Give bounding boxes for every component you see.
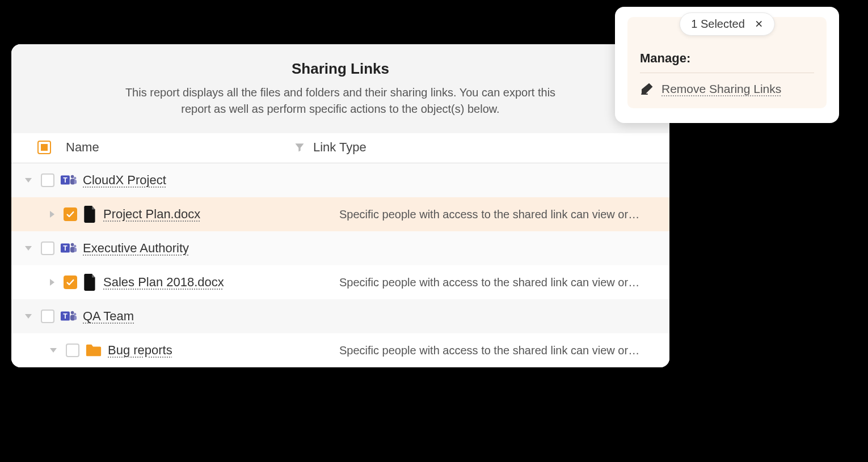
- report-title: Sharing Links: [34, 60, 647, 78]
- row-checkbox[interactable]: [41, 173, 54, 187]
- svg-point-9: [74, 245, 76, 247]
- item-name[interactable]: Bug reports: [108, 343, 172, 358]
- link-type-value: Specific people with access to the share…: [331, 344, 660, 357]
- item-name[interactable]: Sales Plan 2018.docx: [103, 275, 224, 290]
- expand-toggle-icon[interactable]: [25, 178, 32, 183]
- item-name[interactable]: QA Team: [83, 309, 134, 324]
- checkmark-icon: [66, 210, 75, 219]
- teams-icon: T: [60, 240, 77, 257]
- selection-pill: 1 Selected: [679, 12, 775, 36]
- item-row-bug-reports[interactable]: Bug reports Specific people with access …: [11, 333, 669, 367]
- item-name[interactable]: Executive Authority: [83, 241, 189, 256]
- svg-text:T: T: [63, 244, 68, 252]
- action-label: Remove Sharing Links: [661, 82, 781, 96]
- folder-icon: [85, 343, 102, 358]
- svg-point-3: [74, 177, 76, 179]
- indeterminate-mark-icon: [41, 144, 48, 151]
- svg-point-2: [71, 175, 74, 179]
- expand-toggle-icon[interactable]: [50, 279, 54, 286]
- row-checkbox[interactable]: [66, 344, 79, 357]
- manage-panel: 1 Selected Manage: Remove Sharing Links: [615, 7, 839, 123]
- select-all-checkbox[interactable]: [37, 141, 51, 154]
- link-type-value: Specific people with access to the share…: [331, 208, 660, 221]
- row-checkbox[interactable]: [41, 310, 54, 323]
- action-remove-sharing-links[interactable]: Remove Sharing Links: [640, 82, 814, 96]
- item-name[interactable]: Project Plan.docx: [103, 207, 200, 222]
- svg-point-15: [74, 313, 76, 315]
- filter-icon[interactable]: [294, 142, 305, 153]
- expand-toggle-icon[interactable]: [25, 314, 32, 319]
- row-checkbox[interactable]: [64, 207, 77, 221]
- link-type-value: Specific people with access to the share…: [331, 276, 660, 289]
- close-icon: [755, 20, 763, 28]
- svg-point-14: [71, 311, 74, 315]
- item-name[interactable]: CloudX Project: [83, 173, 166, 188]
- expand-toggle-icon[interactable]: [50, 348, 57, 353]
- report-header: Sharing Links This report displays all t…: [11, 44, 669, 133]
- expand-toggle-icon[interactable]: [25, 246, 32, 251]
- document-icon: [83, 206, 98, 223]
- clear-selection-button[interactable]: [755, 18, 763, 31]
- group-row-cloudx-project[interactable]: T CloudX Project: [11, 163, 669, 197]
- group-row-executive-authority[interactable]: T Executive Authority: [11, 231, 669, 265]
- item-row-project-plan[interactable]: Project Plan.docx Specific people with a…: [11, 197, 669, 231]
- expand-toggle-icon[interactable]: [50, 211, 54, 218]
- svg-rect-11: [74, 248, 77, 252]
- document-icon: [83, 274, 98, 291]
- svg-point-8: [71, 243, 74, 247]
- svg-rect-5: [74, 180, 77, 184]
- eraser-icon: [640, 82, 654, 96]
- column-name-label[interactable]: Name: [66, 140, 99, 155]
- teams-icon: T: [60, 308, 77, 325]
- sharing-links-report: Sharing Links This report displays all t…: [11, 44, 669, 367]
- manage-heading: Manage:: [640, 51, 814, 73]
- svg-text:T: T: [63, 176, 68, 184]
- row-checkbox[interactable]: [41, 241, 54, 255]
- manage-inner: 1 Selected Manage: Remove Sharing Links: [627, 17, 827, 108]
- teams-icon: T: [60, 172, 77, 189]
- checkmark-icon: [66, 278, 75, 287]
- rows-container: T CloudX Project: [11, 163, 669, 367]
- column-header-row: Name Link Type: [11, 133, 669, 163]
- report-description: This report displays all the files and f…: [113, 84, 567, 117]
- group-row-qa-team[interactable]: T QA Team: [11, 299, 669, 333]
- column-linktype-label[interactable]: Link Type: [313, 140, 366, 155]
- selection-count: 1 Selected: [691, 18, 745, 31]
- svg-rect-17: [74, 316, 77, 320]
- item-row-sales-plan[interactable]: Sales Plan 2018.docx Specific people wit…: [11, 265, 669, 299]
- svg-text:T: T: [63, 312, 68, 320]
- row-checkbox[interactable]: [64, 275, 77, 289]
